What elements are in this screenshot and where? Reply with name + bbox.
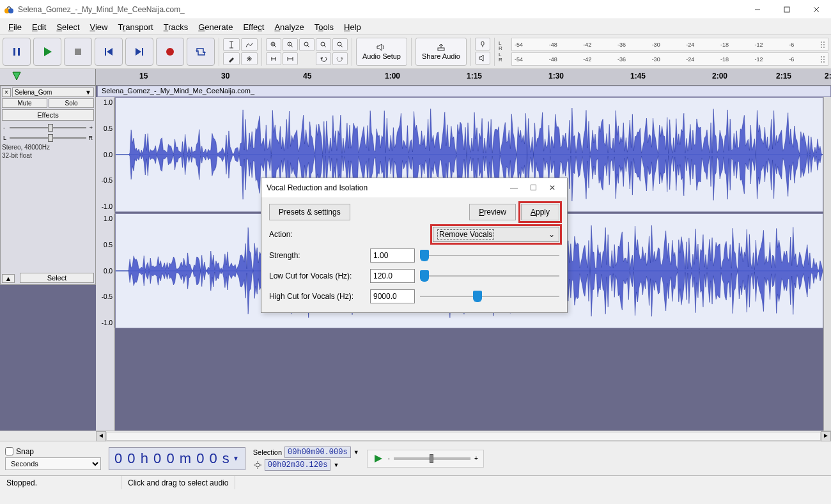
menu-edit[interactable]: Edit [27, 21, 50, 33]
track-name-dropdown[interactable]: Selena_Gom▼ [12, 88, 94, 97]
svg-marker-45 [377, 44, 382, 50]
envelope-tool[interactable] [241, 38, 258, 51]
mute-button[interactable]: Mute [2, 98, 47, 108]
record-button[interactable] [156, 38, 184, 66]
silence-button[interactable] [283, 52, 298, 65]
strength-slider[interactable] [420, 249, 559, 262]
svg-rect-7 [18, 48, 20, 56]
scroll-left-button[interactable]: ◄ [96, 431, 106, 441]
toolbars: Audio Setup Share Audio LR LR -54-48-42-… [0, 34, 831, 69]
lowcut-input[interactable] [370, 269, 415, 283]
highcut-input[interactable] [370, 289, 415, 303]
skip-end-button[interactable] [125, 38, 153, 66]
record-meter[interactable]: -54-48-42-36-30-24-18-12-6 [511, 38, 828, 51]
dialog-maximize-button[interactable]: ☐ [524, 178, 543, 197]
audio-setup-button[interactable]: Audio Setup [356, 38, 407, 66]
record-meter-icon[interactable] [475, 38, 490, 50]
playback-meter[interactable]: -54-48-42-36-30-24-18-12-6 [511, 52, 828, 66]
time-display[interactable]: 0 0 h 0 0 m 0 0 s▼ [109, 447, 245, 470]
track-control-panel: × Selena_Gom▼ Mute Solo Effects -+ LR St… [0, 86, 96, 285]
presets-button[interactable]: Presets & settings [269, 204, 350, 220]
redo-button[interactable] [332, 52, 348, 65]
strength-input[interactable] [370, 248, 415, 263]
menu-file[interactable]: File [4, 21, 26, 33]
tools-toolbar [223, 38, 262, 66]
menu-effect[interactable]: Effect [238, 21, 268, 33]
menu-analyze[interactable]: Analyze [270, 21, 308, 33]
track-select-button[interactable]: Select [20, 273, 94, 283]
play-button[interactable] [33, 38, 61, 66]
share-audio-button[interactable]: Share Audio [416, 38, 467, 66]
minimize-button[interactable] [743, 0, 772, 19]
svg-point-61 [821, 61, 822, 63]
gear-icon[interactable] [253, 461, 262, 470]
svg-marker-12 [136, 48, 141, 56]
play-speed-toolbar: - + [367, 450, 484, 468]
lr-label: LR [499, 52, 505, 63]
menu-tracks[interactable]: Tracks [159, 21, 193, 33]
zoom-in-button[interactable] [266, 38, 281, 51]
undo-button[interactable] [316, 52, 331, 65]
maximize-button[interactable] [772, 0, 802, 19]
svg-point-51 [821, 42, 822, 43]
svg-point-14 [166, 48, 174, 56]
selection-label: Selection [253, 448, 282, 456]
clip-label[interactable]: Selena_Gomez_-_My_Mind_Me_CeeNaija.com_ [97, 86, 831, 97]
menu-tools[interactable]: Tools [310, 21, 338, 33]
menu-select[interactable]: Select [52, 21, 84, 33]
selection-start[interactable]: 00h00m00.000s [284, 447, 351, 458]
horizontal-scrollbar[interactable]: ◄ ► [0, 431, 831, 441]
apply-button[interactable]: Apply [521, 204, 559, 220]
selection-tool[interactable] [223, 38, 240, 51]
fit-project-button[interactable] [316, 38, 331, 51]
svg-rect-13 [142, 48, 143, 56]
play-speed-slider[interactable] [394, 457, 470, 460]
share-toolbar: Share Audio [416, 38, 471, 66]
scroll-right-button[interactable]: ► [821, 431, 831, 441]
zoom-out-button[interactable] [283, 38, 298, 51]
trim-button[interactable] [266, 52, 281, 65]
vertical-scrollbar[interactable] [823, 97, 831, 431]
timeline[interactable]: 01530451:001:151:301:452:002:152:30 [0, 69, 831, 86]
share-audio-label: Share Audio [422, 52, 460, 60]
highcut-slider[interactable] [420, 290, 559, 303]
svg-rect-6 [13, 48, 15, 56]
snap-unit-select[interactable]: Seconds [5, 457, 101, 470]
effects-button[interactable]: Effects [2, 109, 94, 121]
selection-end[interactable]: 00h02m30.120s [265, 459, 331, 471]
menu-view[interactable]: View [86, 21, 113, 33]
loop-button[interactable] [187, 38, 215, 66]
menu-help[interactable]: Help [339, 21, 366, 33]
playhead-icon[interactable] [12, 71, 22, 81]
skip-start-button[interactable] [95, 38, 123, 66]
amplitude-scale: 1.00.50.0-0.5-1.0 [97, 98, 114, 211]
menu-transport[interactable]: Transport [113, 21, 157, 33]
stop-button[interactable] [64, 38, 92, 66]
menubar: File Edit Select View Transport Tracks G… [0, 19, 831, 34]
lowcut-slider[interactable] [420, 270, 559, 282]
fit-selection-button[interactable] [299, 38, 315, 51]
track-close-button[interactable]: × [2, 88, 11, 97]
menu-generate[interactable]: Generate [194, 21, 237, 33]
preview-button[interactable]: Preview [469, 204, 516, 220]
gain-slider[interactable]: -+ [2, 123, 94, 132]
draw-tool[interactable] [223, 52, 240, 65]
playback-meter-icon[interactable] [475, 52, 490, 65]
svg-point-1 [8, 8, 13, 13]
snap-checkbox[interactable]: Snap [5, 447, 101, 456]
track-format-info: Stereo, 48000Hz [2, 144, 94, 151]
play-speed-button[interactable] [373, 453, 384, 464]
multi-tool[interactable] [241, 52, 258, 65]
lowcut-label: Low Cut for Vocals (Hz): [269, 271, 365, 280]
pause-button[interactable] [3, 38, 31, 66]
statusbar: Stopped. Click and drag to select audio [0, 475, 831, 489]
svg-marker-71 [375, 455, 382, 462]
action-select[interactable]: Remove Vocals ⌄ [433, 227, 559, 242]
collapse-button[interactable]: ▲ [2, 274, 15, 283]
zoom-toggle-button[interactable] [332, 38, 348, 51]
dialog-close-button[interactable]: ✕ [543, 178, 562, 197]
pan-slider[interactable]: LR [2, 134, 94, 142]
close-button[interactable] [802, 0, 831, 19]
solo-button[interactable]: Solo [49, 98, 94, 108]
dialog-minimize-button[interactable]: — [504, 178, 524, 197]
